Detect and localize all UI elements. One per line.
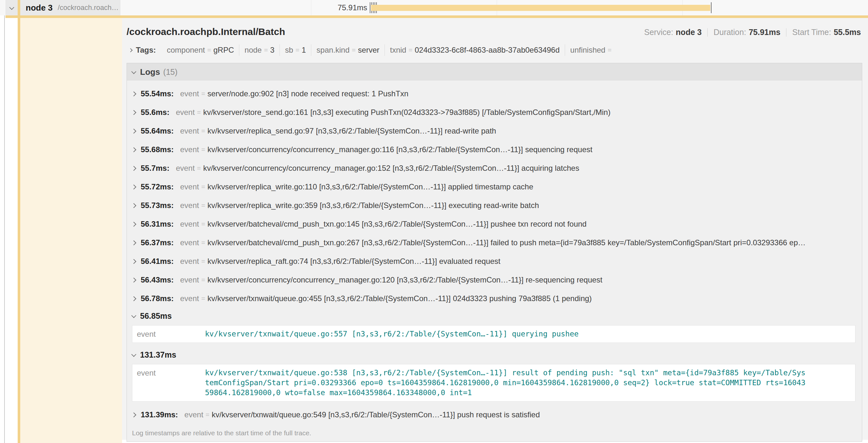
- log-marker-tick: [711, 2, 712, 13]
- span-operation-name: /cockroach.roach…: [58, 3, 119, 12]
- log-field-value: kv/kvserver/batcheval/cmd_push_txn.go:14…: [208, 219, 587, 229]
- chevron-right-icon: [131, 184, 136, 190]
- tag-value: server: [358, 45, 379, 55]
- log-timestamp: 131.39ms:: [141, 410, 178, 419]
- log-detail-table: event kv/kvserver/txnwait/queue.go:538 […: [132, 364, 856, 402]
- start-time-value: 55.5ms: [834, 28, 861, 37]
- log-row[interactable]: 55.54ms: event = server/node.go:902 [n3]…: [127, 84, 862, 103]
- tag-txnid: txnid = 024d3323-6c8f-4863-aa8b-37ab0e63…: [384, 44, 565, 56]
- log-row[interactable]: 56.78ms: event = kv/kvserver/txnwait/que…: [127, 289, 862, 308]
- log-row[interactable]: 55.7ms: event = kv/kvserver/concurrency/…: [127, 159, 862, 177]
- timeline-gridline: [311, 0, 311, 15]
- span-name-cell[interactable]: node 3 /cockroach.roach…: [5, 0, 121, 15]
- log-field-value: kv/kvserver/concurrency/concurrency_mana…: [203, 164, 579, 173]
- tag-key: unfinished: [570, 45, 605, 55]
- duration-label: Duration:: [713, 28, 746, 37]
- log-field-key: event: [180, 127, 199, 135]
- log-timestamp: 55.7ms:: [141, 164, 169, 173]
- meta-divider: [707, 28, 708, 37]
- tag-value: 024d3323-6c8f-4863-aa8b-37ab0e63496d: [415, 45, 560, 55]
- log-field-value: kv/kvserver/txnwait/queue.go:538 [n3,s3,…: [205, 368, 809, 398]
- tag-key: node: [245, 45, 261, 55]
- log-row[interactable]: 56.41ms: event = kv/kvserver/replica_raf…: [127, 252, 862, 271]
- logs-section: Logs (15) 55.54ms: event = server/node.g…: [127, 63, 862, 442]
- tags-row[interactable]: Tags: component = gRPC node = 3 sb = 1 s…: [127, 44, 862, 56]
- span-timeline[interactable]: 75.91ms: [121, 0, 868, 15]
- span-row[interactable]: node 3 /cockroach.roach… 75.91ms: [0, 0, 868, 15]
- equals-sign: =: [206, 411, 210, 419]
- log-row[interactable]: 56.31ms: event = kv/kvserver/batcheval/c…: [127, 215, 862, 233]
- tag-value: gRPC: [213, 45, 234, 55]
- span-meta: Service: node 3 Duration: 75.91ms Start …: [644, 28, 861, 37]
- log-marker-tick: [370, 2, 370, 13]
- equals-sign: =: [197, 108, 201, 116]
- log-field-value: kv/kvserver/concurrency/concurrency_mana…: [208, 275, 603, 284]
- tag-key: span.kind: [316, 45, 349, 55]
- chevron-right-icon: [131, 203, 136, 208]
- log-field-value: kv/kvserver/replica_write.go:359 [n3,s3,…: [208, 201, 539, 210]
- meta-divider: [786, 28, 786, 37]
- equals-sign: =: [296, 46, 300, 54]
- chevron-right-icon: [131, 110, 136, 115]
- equals-sign: =: [264, 46, 268, 54]
- span-duration-bar[interactable]: [371, 5, 710, 11]
- log-row[interactable]: 56.37ms: event = kv/kvserver/batcheval/c…: [127, 233, 862, 252]
- log-timestamp: 56.41ms:: [141, 257, 174, 266]
- equals-sign: =: [201, 127, 205, 135]
- equals-sign: =: [201, 146, 205, 154]
- span-operation-title: /cockroach.roachpb.Internal/Batch: [127, 26, 285, 37]
- trace-view: node 3 /cockroach.roach… 75.91ms /cockro…: [0, 0, 868, 443]
- log-row[interactable]: 55.6ms: event = kv/kvserver/store_send.g…: [127, 103, 862, 122]
- log-field-value: kv/kvserver/replica_send.go:97 [n3,s3,r6…: [208, 127, 496, 135]
- tag-span-kind: span.kind = server: [311, 44, 384, 56]
- log-row[interactable]: 131.39ms: event = kv/kvserver/txnwait/qu…: [127, 405, 862, 424]
- log-field-key: event: [137, 368, 205, 398]
- tag-key: sb: [285, 45, 293, 55]
- tag-component: component = gRPC: [162, 44, 239, 56]
- log-field-key: event: [180, 182, 199, 191]
- chevron-right-icon: [131, 296, 136, 301]
- log-row-expanded-header[interactable]: 56.85ms: [127, 308, 862, 324]
- log-row[interactable]: 55.64ms: event = kv/kvserver/replica_sen…: [127, 122, 862, 140]
- left-rail: [0, 0, 5, 443]
- chevron-right-icon: [131, 128, 136, 134]
- logs-count: (15): [163, 67, 177, 77]
- log-field-value: kv/kvserver/txnwait/queue.go:557 [n3,s3,…: [205, 329, 809, 339]
- log-timestamp: 56.78ms:: [141, 294, 174, 303]
- equals-sign: =: [608, 46, 611, 54]
- chevron-right-icon: [131, 259, 136, 264]
- log-row[interactable]: 55.68ms: event = kv/kvserver/concurrency…: [127, 140, 862, 159]
- log-row[interactable]: 55.72ms: event = kv/kvserver/replica_wri…: [127, 177, 862, 196]
- log-field-key: event: [184, 410, 203, 419]
- equals-sign: =: [201, 202, 205, 209]
- left-gap: [5, 15, 18, 443]
- span-duration-label: 75.91ms: [326, 0, 367, 15]
- chevron-right-icon: [131, 277, 136, 282]
- equals-sign: =: [207, 46, 211, 54]
- log-field-value: server/node.go:902 [n3] node received re…: [208, 89, 409, 98]
- tag-key: txnid: [390, 45, 406, 55]
- logs-section-header[interactable]: Logs (15): [127, 63, 862, 80]
- log-row[interactable]: 55.73ms: event = kv/kvserver/replica_wri…: [127, 196, 862, 215]
- logs-footer-note: Log timestamps are relative to the start…: [127, 424, 862, 441]
- log-row-expanded-header[interactable]: 131.37ms: [127, 347, 862, 363]
- equals-sign: =: [201, 90, 205, 98]
- tag-value: 1: [302, 45, 306, 55]
- start-time-label: Start Time:: [792, 28, 831, 37]
- log-timestamp: 131.37ms: [140, 350, 176, 360]
- chevron-down-icon: [131, 313, 136, 318]
- duration-value: 75.91ms: [749, 28, 781, 37]
- log-field-value: kv/kvserver/txnwait/queue.go:455 [n3,s3,…: [208, 294, 592, 303]
- log-row[interactable]: 56.43ms: event = kv/kvserver/concurrency…: [127, 271, 862, 289]
- log-timestamp: 55.54ms:: [141, 89, 174, 98]
- service-label: Service:: [644, 28, 673, 37]
- equals-sign: =: [197, 164, 201, 172]
- chevron-right-icon: [131, 240, 136, 245]
- log-field-value: kv/kvserver/txnwait/queue.go:549 [n3,s3,…: [212, 410, 540, 419]
- chevron-right-icon: [128, 48, 133, 52]
- log-timestamp: 55.72ms:: [141, 182, 174, 191]
- log-field-key: event: [180, 219, 199, 229]
- log-field-key: event: [180, 257, 199, 266]
- log-field-key: event: [180, 145, 199, 154]
- span-detail-row-background: [20, 18, 122, 443]
